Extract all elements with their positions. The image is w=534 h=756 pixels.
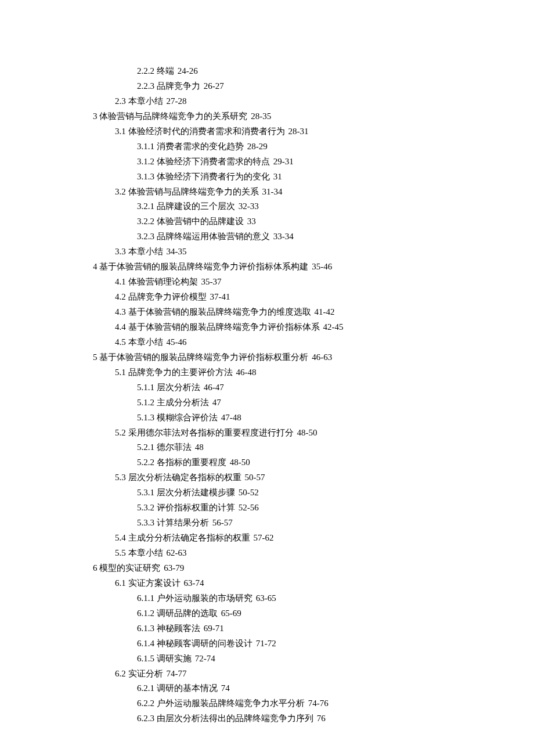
toc-entry-label: 3.2.2 体验营销中的品牌建设 <box>137 217 244 226</box>
toc-entry-pages: 47 <box>212 398 221 407</box>
toc-entry-pages: 46-63 <box>312 352 332 362</box>
toc-entry-label: 5.3.3 计算结果分析 <box>137 518 209 527</box>
toc-entry: 6.1 实证方案设计63-74 <box>93 576 534 591</box>
toc-entry-pages: 63-79 <box>164 563 184 573</box>
toc-entry: 5.3.2 评价指标权重的计算52-56 <box>93 501 534 516</box>
toc-entry-pages: 74-77 <box>167 669 187 678</box>
toc-entry: 5 基于体验营销的服装品牌终端竞争力评价指标权重分析46-63 <box>93 350 534 365</box>
toc-entry-pages: 27-28 <box>167 96 187 106</box>
toc-entry-pages: 33 <box>247 217 256 226</box>
toc-entry-pages: 63-74 <box>184 578 204 588</box>
toc-entry-label: 2.3 本章小结 <box>115 96 163 106</box>
toc-entry-pages: 32-33 <box>239 201 259 211</box>
toc-entry-label: 2.2.2 终端 <box>137 66 174 75</box>
toc-entry-label: 5 基于体验营销的服装品牌终端竞争力评价指标权重分析 <box>93 352 308 362</box>
toc-entry-pages: 74-76 <box>308 699 329 708</box>
toc-entry-label: 4.2 品牌竞争力评价模型 <box>115 292 207 301</box>
toc-entry-label: 5.3.2 评价指标权重的计算 <box>137 503 235 512</box>
toc-entry: 3.2.3 品牌终端运用体验营销的意义33-34 <box>93 229 534 244</box>
toc-entry: 6.1.2 调研品牌的选取65-69 <box>93 606 534 621</box>
toc-entry-pages: 46-48 <box>236 368 257 377</box>
toc-entry: 6.2.2 户外运动服装品牌终端竞争力水平分析74-76 <box>93 696 534 711</box>
toc-entry: 4.4 基于体验营销的服装品牌终端竞争力评价指标体系42-45 <box>93 320 534 335</box>
toc-entry-pages: 48 <box>195 442 204 452</box>
toc-entry: 4.3 基于体验营销的服装品牌终端竞争力的维度选取41-42 <box>93 305 534 320</box>
toc-entry: 5.2.2 各指标的重要程度48-50 <box>93 455 534 470</box>
toc-entry: 3.1.2 体验经济下消费者需求的特点29-31 <box>93 154 534 170</box>
toc-entry-pages: 29-31 <box>273 157 294 166</box>
toc-entry-pages: 57-62 <box>254 533 274 542</box>
toc-entry: 6 模型的实证研究63-79 <box>93 561 534 576</box>
toc-entry: 3 体验营销与品牌终端竞争力的关系研究28-35 <box>93 109 534 124</box>
toc-entry-pages: 28-35 <box>251 111 271 121</box>
toc-entry-pages: 48-50 <box>297 428 317 437</box>
toc-entry-label: 3.2.3 品牌终端运用体验营销的意义 <box>137 232 270 241</box>
toc-entry: 5.2 采用德尔菲法对各指标的重要程度进行打分48-50 <box>93 426 534 441</box>
toc-entry: 3.1 体验经济时代的消费者需求和消费者行为28-31 <box>93 124 534 139</box>
toc-entry-pages: 63-65 <box>256 593 276 603</box>
toc-entry-label: 4.4 基于体验营销的服装品牌终端竞争力评价指标体系 <box>115 322 320 332</box>
toc-entry: 5.3.3 计算结果分析56-57 <box>93 516 534 531</box>
toc-entry-label: 5.1.2 主成分分析法 <box>137 398 209 407</box>
toc-entry: 6.2 实证分析74-77 <box>93 667 534 682</box>
toc-entry-pages: 28-29 <box>247 142 268 151</box>
toc-entry-label: 6.2.3 由层次分析法得出的品牌终端竞争力序列 <box>137 714 313 723</box>
toc-entry-pages: 52-56 <box>239 503 259 512</box>
toc-entry-label: 5.2.1 德尔菲法 <box>137 442 192 452</box>
toc-entry-label: 3.1.3 体验经济下消费者行为的变化 <box>137 172 270 181</box>
toc-entry-label: 4.5 本章小结 <box>115 337 163 347</box>
toc-entry-pages: 72-74 <box>195 654 215 663</box>
toc-entry: 6.1.4 神秘顾客调研的问卷设计71-72 <box>93 636 534 651</box>
toc-entry-label: 3.1.1 消费者需求的变化趋势 <box>137 142 244 151</box>
toc-entry: 3.2 体验营销与品牌终端竞争力的关系31-34 <box>93 185 534 200</box>
toc-entry-pages: 48-50 <box>230 458 250 467</box>
toc-entry: 3.3 本章小结34-35 <box>93 244 534 260</box>
toc-entry: 5.3.1 层次分析法建模步骤50-52 <box>93 485 534 501</box>
toc-entry-pages: 76 <box>317 714 326 723</box>
toc-entry-pages: 47-48 <box>221 413 241 422</box>
toc-entry-pages: 37-41 <box>210 292 230 301</box>
toc-entry-label: 5.3 层次分析法确定各指标的权重 <box>115 473 241 482</box>
toc-entry-label: 3.2 体验营销与品牌终端竞争力的关系 <box>115 187 259 196</box>
toc-entry-label: 6.1.3 神秘顾客法 <box>137 624 200 633</box>
toc-entry-pages: 41-42 <box>315 307 335 316</box>
toc-entry: 5.3 层次分析法确定各指标的权重50-57 <box>93 470 534 485</box>
toc-entry-pages: 33-34 <box>273 232 294 241</box>
toc-entry: 3.2.1 品牌建设的三个层次32-33 <box>93 199 534 214</box>
toc-entry: 6.1.1 户外运动服装的市场研究63-65 <box>93 591 534 606</box>
toc-entry-pages: 34-35 <box>167 247 187 256</box>
toc-entry-label: 3.1 体验经济时代的消费者需求和消费者行为 <box>115 127 285 136</box>
toc-entry-label: 5.2.2 各指标的重要程度 <box>137 458 226 467</box>
table-of-contents: 2.2.2 终端24-262.2.3 品牌竞争力26-272.3 本章小结27-… <box>0 64 534 726</box>
toc-entry-label: 5.4 主成分分析法确定各指标的权重 <box>115 533 250 542</box>
toc-entry-label: 4 基于体验营销的服装品牌终端竞争力评价指标体系构建 <box>93 262 308 271</box>
toc-entry-pages: 42-45 <box>323 322 344 332</box>
toc-entry: 5.1 品牌竞争力的主要评价方法46-48 <box>93 365 534 380</box>
toc-entry: 3.1.1 消费者需求的变化趋势28-29 <box>93 139 534 154</box>
toc-entry-label: 4.1 体验营销理论构架 <box>115 277 198 286</box>
toc-entry-label: 3.3 本章小结 <box>115 247 163 256</box>
toc-entry: 3.2.2 体验营销中的品牌建设33 <box>93 214 534 229</box>
toc-entry: 4.2 品牌竞争力评价模型37-41 <box>93 290 534 305</box>
toc-entry: 5.5 本章小结62-63 <box>93 546 534 561</box>
toc-entry-label: 6.1.5 调研实施 <box>137 654 192 663</box>
toc-entry-label: 5.1.3 模糊综合评价法 <box>137 413 218 422</box>
toc-entry-pages: 50-52 <box>239 488 259 497</box>
toc-entry-pages: 35-46 <box>312 262 332 271</box>
toc-entry-pages: 35-37 <box>201 277 222 286</box>
toc-entry-pages: 46-47 <box>204 383 224 392</box>
toc-entry-label: 5.5 本章小结 <box>115 548 163 557</box>
toc-entry-pages: 31 <box>273 172 282 181</box>
toc-entry: 5.1.3 模糊综合评价法47-48 <box>93 411 534 426</box>
toc-entry-pages: 69-71 <box>204 624 224 633</box>
toc-entry-label: 5.1 品牌竞争力的主要评价方法 <box>115 368 233 377</box>
toc-entry-label: 6 模型的实证研究 <box>93 563 160 573</box>
toc-entry-label: 5.2 采用德尔菲法对各指标的重要程度进行打分 <box>115 428 294 437</box>
toc-entry: 2.2.2 终端24-26 <box>93 64 534 79</box>
toc-entry-pages: 24-26 <box>178 66 198 75</box>
toc-entry: 5.4 主成分分析法确定各指标的权重57-62 <box>93 531 534 546</box>
toc-entry: 4 基于体验营销的服装品牌终端竞争力评价指标体系构建35-46 <box>93 260 534 275</box>
toc-entry-label: 3.2.1 品牌建设的三个层次 <box>137 201 235 211</box>
toc-entry-label: 6.2 实证分析 <box>115 669 163 678</box>
toc-entry-pages: 26-27 <box>204 81 224 91</box>
